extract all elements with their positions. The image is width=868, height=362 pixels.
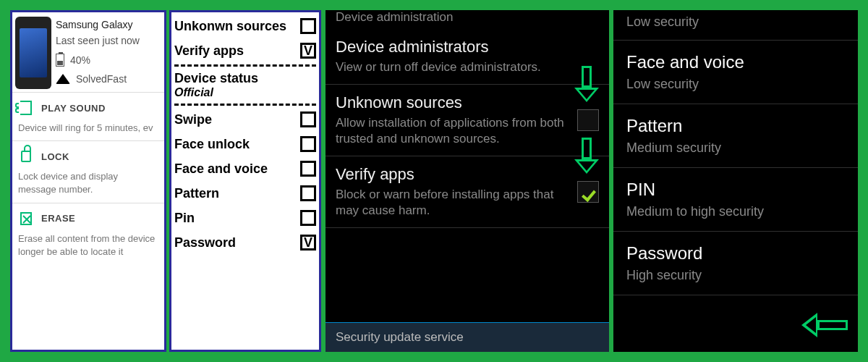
- wifi-name: SolvedFast: [76, 71, 127, 87]
- checkbox[interactable]: [577, 109, 599, 131]
- option-row[interactable]: PasswordV: [174, 230, 316, 255]
- lock-option[interactable]: PatternMedium security: [613, 104, 858, 168]
- checkbox[interactable]: [300, 185, 316, 201]
- erase-title: ERASE: [41, 213, 75, 224]
- lock-title: LOCK: [41, 151, 69, 162]
- settings-item-subtitle: View or turn off device administrators.: [336, 59, 599, 75]
- lock-option-title: Pattern: [626, 116, 845, 136]
- device-header: Samsung Galaxy Last seen just now 40% So…: [12, 12, 164, 92]
- arrow-left-icon: [801, 313, 848, 337]
- lock-option-subtitle: Medium security: [626, 140, 845, 156]
- phone-thumbnail-icon: [15, 17, 51, 89]
- option-label: Unkonwn sources: [174, 19, 286, 34]
- settings-item-title: Unknown sources: [336, 93, 569, 112]
- option-row[interactable]: Pattern: [174, 181, 316, 206]
- settings-item[interactable]: Verify appsBlock or warn before installi…: [326, 156, 609, 228]
- security-settings-panel: Device administration Device administrat…: [324, 10, 610, 352]
- settings-item[interactable]: Unknown sourcesAllow installation of app…: [326, 85, 609, 156]
- battery-row: 40%: [56, 52, 140, 68]
- option-row[interactable]: Face unlock: [174, 132, 316, 156]
- wifi-icon: [56, 74, 70, 84]
- battery-percent: 40%: [70, 52, 90, 68]
- options-list-panel: Unkonwn sourcesVerify appsV Device statu…: [169, 10, 321, 352]
- lock-type-panel: Low securityFace and voiceLow securityPa…: [613, 10, 858, 352]
- erase-action[interactable]: ERASE Erase all content from the device …: [12, 203, 164, 264]
- lock-option-title: PIN: [626, 180, 845, 200]
- lock-option-subtitle: High security: [626, 268, 845, 283]
- checkbox[interactable]: [300, 111, 316, 127]
- last-seen: Last seen just now: [56, 33, 140, 49]
- device-status-value: Official: [174, 86, 316, 99]
- checkbox[interactable]: V: [300, 43, 316, 59]
- section-header-truncated: Device administration: [326, 10, 609, 29]
- lock-option[interactable]: PINMedium to high security: [613, 168, 858, 232]
- checkbox[interactable]: V: [300, 235, 316, 251]
- checkbox[interactable]: [300, 136, 316, 152]
- option-label: Face and voice: [174, 161, 268, 177]
- lock-icon: [21, 151, 31, 162]
- lock-option-subtitle: Low security: [626, 14, 845, 30]
- erase-icon: [20, 212, 32, 225]
- option-label: Verify apps: [174, 43, 244, 59]
- play-sound-title: PLAY SOUND: [41, 103, 106, 114]
- erase-desc: Erase all content from the device longer…: [18, 232, 158, 258]
- play-sound-action[interactable]: PLAY SOUND Device will ring for 5 minute…: [12, 92, 164, 140]
- option-label: Face unlock: [174, 137, 250, 152]
- settings-item-title: Device administrators: [336, 38, 599, 56]
- device-info: Samsung Galaxy Last seen just now 40% So…: [56, 17, 140, 89]
- wifi-row: SolvedFast: [56, 71, 140, 87]
- lock-option-title: Password: [626, 243, 845, 264]
- lock-option[interactable]: Face and voiceLow security: [613, 41, 858, 104]
- separator: [174, 64, 316, 67]
- settings-item-subtitle: Allow installation of applications from …: [336, 115, 569, 147]
- option-row[interactable]: Unkonwn sources: [174, 14, 316, 38]
- option-label: Password: [174, 235, 236, 251]
- option-label: Pin: [174, 211, 195, 226]
- device-name: Samsung Galaxy: [56, 17, 140, 33]
- checkbox[interactable]: [300, 210, 316, 226]
- option-row[interactable]: Face and voice: [174, 156, 316, 181]
- option-row[interactable]: Verify appsV: [174, 38, 316, 63]
- settings-item-subtitle: Block or warn before installing apps tha…: [336, 187, 569, 219]
- checkbox[interactable]: [577, 181, 599, 203]
- lock-option[interactable]: Low security: [613, 14, 858, 41]
- separator: [174, 104, 316, 106]
- checkbox[interactable]: [300, 161, 316, 177]
- find-device-panel: Samsung Galaxy Last seen just now 40% So…: [10, 10, 166, 352]
- lock-option-subtitle: Medium to high security: [626, 204, 845, 219]
- play-sound-icon: [20, 101, 32, 115]
- option-label: Pattern: [174, 186, 219, 201]
- settings-item-title: Verify apps: [336, 165, 569, 184]
- lock-option-subtitle: Low security: [626, 77, 845, 92]
- lock-desc: Lock device and display message number.: [18, 170, 158, 196]
- lock-option[interactable]: PasswordHigh security: [613, 232, 858, 295]
- option-label: Swipe: [174, 112, 212, 127]
- checkbox[interactable]: [300, 18, 316, 34]
- option-row[interactable]: Swipe: [174, 107, 316, 132]
- battery-icon: [56, 54, 64, 67]
- option-row[interactable]: Pin: [174, 206, 316, 230]
- lock-action[interactable]: LOCK Lock device and display message num…: [12, 140, 164, 202]
- lock-option-title: Face and voice: [626, 52, 845, 72]
- device-status-label: Device status: [174, 71, 316, 86]
- play-sound-desc: Device will ring for 5 minutes, ev: [18, 122, 158, 135]
- settings-item[interactable]: Device administratorsView or turn off de…: [326, 29, 609, 85]
- security-update-header[interactable]: Security update service: [326, 322, 609, 352]
